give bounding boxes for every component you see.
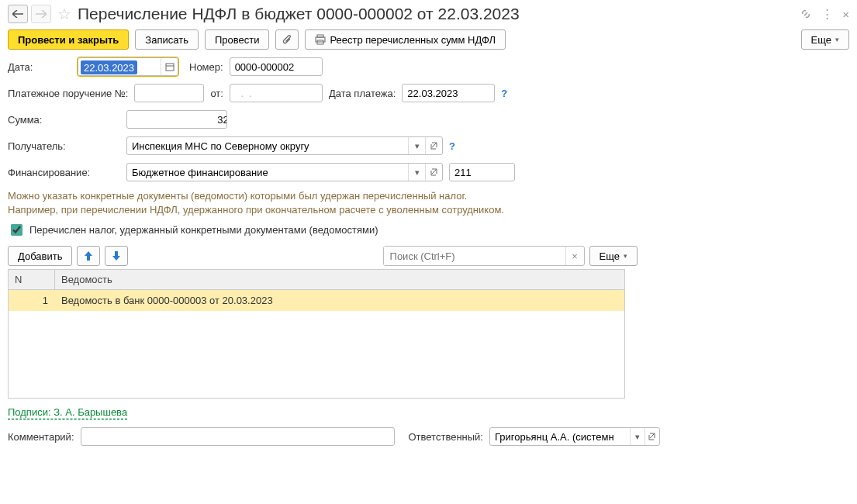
recipient-field[interactable]: ▾ [126,136,443,155]
number-label: Номер: [189,61,223,73]
recipient-help-icon[interactable]: ? [449,140,455,152]
recipient-open-icon[interactable] [425,137,442,154]
hint-text: Можно указать конкретные документы (ведо… [8,189,849,217]
responsible-input[interactable] [490,428,630,445]
payorder-number-field[interactable] [134,84,204,102]
date-field[interactable]: 22.03.2023 [78,57,178,76]
more-button-table[interactable]: Еще [589,246,638,266]
date-label: Дата: [8,61,71,73]
comment-label: Комментарий: [8,431,74,443]
hint-line1: Можно указать конкретные документы (ведо… [8,189,849,203]
move-up-button[interactable] [77,246,100,266]
registry-button[interactable]: Реестр перечисленных сумм НДФЛ [305,29,506,50]
post-and-close-button[interactable]: Провести и закрыть [8,29,129,50]
nav-back-button[interactable] [8,5,28,23]
table-cell-n: 1 [9,290,55,311]
post-button[interactable]: Провести [205,29,270,50]
save-button[interactable]: Записать [135,29,199,50]
recipient-dropdown-icon[interactable]: ▾ [408,137,425,154]
kosgu-input[interactable] [450,164,515,181]
number-field[interactable] [230,57,323,76]
funding-dropdown-icon[interactable]: ▾ [408,164,425,181]
kebab-menu-icon[interactable]: ⋮ [821,7,833,21]
funding-field[interactable]: ▾ [126,163,443,181]
paydate-input[interactable] [403,85,495,102]
move-down-button[interactable] [105,246,128,266]
registry-button-label: Реестр перечисленных сумм НДФЛ [330,34,496,46]
payorder-label: Платежное поручение №: [8,88,128,99]
payorder-number-input[interactable] [135,85,204,102]
table-header-doc[interactable]: Ведомость [55,270,624,289]
specific-docs-label: Перечислен налог, удержанный конкретными… [29,224,378,236]
nav-forward-button[interactable] [31,5,51,23]
table-row[interactable]: 1 Ведомость в банк 0000-000003 от 20.03.… [9,290,624,311]
favorite-star-icon[interactable]: ☆ [57,5,71,23]
comment-input[interactable] [81,428,394,445]
specific-docs-checkbox[interactable] [11,224,22,236]
paydate-help-icon[interactable]: ? [501,88,507,99]
add-button[interactable]: Добавить [8,246,72,266]
attach-button[interactable] [275,29,299,50]
more-button-top[interactable]: Еще [801,29,849,50]
sum-label: Сумма: [8,114,120,126]
close-icon[interactable]: × [842,8,849,21]
responsible-field[interactable]: ▾ [489,427,660,446]
arrow-down-icon [112,250,121,261]
page-title: Перечисление НДФЛ в бюджет 0000-000002 о… [78,5,797,23]
link-icon[interactable] [800,8,812,20]
from-label: от: [210,88,223,99]
table-cell-doc: Ведомость в банк 0000-000003 от 20.03.20… [55,290,624,311]
comment-field[interactable] [81,427,395,446]
paydate-field[interactable] [402,84,495,102]
date-calendar-icon[interactable] [161,58,178,75]
table-header-n[interactable]: N [9,270,55,289]
hint-line2: Например, при перечислении НДФЛ, удержан… [8,203,849,217]
paperclip-icon [282,34,292,45]
table-search-input[interactable] [384,247,565,265]
documents-table: N Ведомость 1 Ведомость в банк 0000-0000… [8,269,625,399]
responsible-dropdown-icon[interactable]: ▾ [630,428,644,445]
paydate-label: Дата платежа: [329,88,396,99]
svg-rect-3 [166,64,174,71]
responsible-open-icon[interactable] [644,428,659,445]
payorder-date-input[interactable] [230,85,323,102]
search-clear-icon[interactable]: × [565,247,584,265]
funding-input[interactable] [127,164,408,181]
recipient-input[interactable] [127,137,408,154]
signatures-link[interactable]: Подписи: З. А. Барышева [8,406,849,418]
sum-field[interactable] [126,110,227,129]
date-value: 22.03.2023 [81,60,137,74]
print-icon [315,34,326,45]
payorder-date-field[interactable] [230,84,323,102]
funding-open-icon[interactable] [425,164,442,181]
responsible-label: Ответственный: [409,431,483,443]
recipient-label: Получатель: [8,140,120,152]
funding-label: Финансирование: [8,167,120,178]
kosgu-field[interactable]: ▾ [449,163,515,181]
table-search-field[interactable]: × [383,246,585,266]
sum-input[interactable] [127,111,227,128]
arrow-up-icon [84,250,93,261]
number-input[interactable] [230,58,323,75]
